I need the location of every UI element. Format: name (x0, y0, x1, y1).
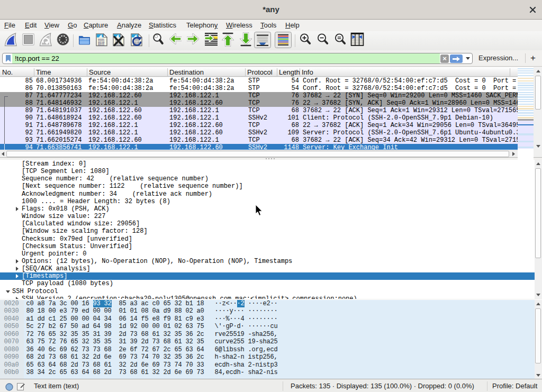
svg-text:0111: 0111 (98, 43, 104, 47)
